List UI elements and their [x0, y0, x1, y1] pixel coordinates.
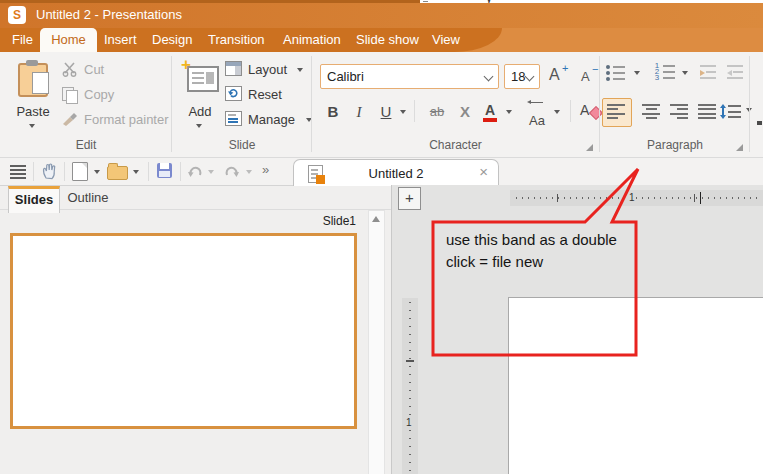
justify-button[interactable]: [694, 99, 720, 125]
ruler-cursor-mark: [700, 192, 701, 204]
menu-bar: File Home Insert Design Transition Anima…: [0, 28, 763, 52]
justify-icon: [698, 104, 716, 119]
new-slide-crosshair-button[interactable]: +: [398, 187, 421, 210]
paste-icon: [18, 60, 48, 96]
cut-button[interactable]: Cut: [60, 60, 170, 80]
shrink-minus-icon: −: [592, 63, 598, 75]
menu-design[interactable]: Design: [152, 32, 192, 47]
align-left-icon: [607, 104, 625, 119]
menu-file[interactable]: File: [12, 32, 33, 47]
clear-format-button[interactable]: A: [578, 100, 604, 124]
script-toggle-button[interactable]: X: [455, 100, 475, 124]
change-case-dropdown-icon[interactable]: [554, 110, 560, 114]
toolbar-more-button[interactable]: »: [262, 162, 269, 177]
slide-number-label: Slide1: [256, 214, 356, 228]
annotation-text: use this band as a double click = file n…: [446, 229, 641, 273]
undo-icon[interactable]: [187, 164, 203, 178]
add-slide-icon: +: [185, 64, 217, 90]
menu-transition[interactable]: Transition: [208, 32, 265, 47]
quick-toolbar: » S Untitled 2 ×: [0, 158, 763, 186]
paste-button[interactable]: Paste: [10, 58, 56, 138]
line-spacing-arrow-icon: [720, 104, 725, 119]
vertical-ruler: 1: [402, 298, 418, 474]
reset-icon: [225, 86, 242, 101]
font-name-chevron-icon: [484, 72, 494, 82]
bullets-button[interactable]: [606, 64, 626, 84]
line-spacing-button[interactable]: [720, 99, 742, 125]
change-case-button[interactable]: Aa: [524, 98, 550, 124]
menu-tab-home[interactable]: Home: [40, 28, 97, 52]
format-painter-icon: [61, 111, 79, 127]
align-center-button[interactable]: [638, 99, 664, 125]
numbering-dropdown-icon[interactable]: [682, 71, 688, 75]
grow-font-button[interactable]: A +: [546, 62, 572, 88]
reset-button[interactable]: Reset: [224, 85, 308, 105]
underline-dropdown-icon[interactable]: [400, 110, 406, 114]
redo-dropdown-icon[interactable]: [246, 170, 252, 174]
open-folder-dropdown-icon[interactable]: [133, 170, 139, 174]
app-logo-icon: S: [8, 6, 26, 24]
align-right-button[interactable]: [666, 99, 692, 125]
presentations-window: y S Untitled 2 - Presentations File Home…: [0, 0, 763, 474]
save-icon[interactable]: [157, 163, 172, 178]
document-tab[interactable]: S Untitled 2 ×: [293, 159, 499, 186]
menu-insert[interactable]: Insert: [104, 32, 137, 47]
group-label-paragraph: Paragraph: [600, 138, 750, 152]
align-center-icon: [642, 104, 660, 119]
hand-tool-icon[interactable]: [41, 162, 57, 180]
group-label-edit: Edit: [0, 138, 172, 152]
menu-animation[interactable]: Animation: [283, 32, 341, 47]
ruler-margin-mark: [557, 194, 558, 202]
paragraph-dialog-launcher[interactable]: [736, 144, 743, 151]
numbering-button[interactable]: 1 2 3: [654, 63, 676, 83]
menu-slide-show[interactable]: Slide show: [356, 32, 419, 47]
font-name-combo[interactable]: Calibri: [320, 64, 499, 89]
scroll-up-icon[interactable]: [372, 216, 380, 222]
bold-button[interactable]: B: [322, 100, 344, 124]
open-folder-icon[interactable]: [107, 166, 128, 180]
title-bar[interactable]: S Untitled 2 - Presentations: [0, 3, 763, 28]
shrink-font-button[interactable]: A −: [578, 62, 604, 88]
increase-indent-button[interactable]: [700, 65, 720, 81]
font-size-chevron-icon: [525, 72, 535, 82]
new-document-icon[interactable]: [72, 162, 88, 181]
slides-scrollbar[interactable]: [368, 210, 385, 474]
font-color-swatch: [483, 118, 497, 122]
decrease-indent-button[interactable]: [727, 65, 747, 81]
add-slide-button[interactable]: + Add: [178, 58, 222, 138]
window-title: Untitled 2 - Presentations: [36, 7, 182, 22]
document-tab-close-icon[interactable]: ×: [479, 163, 488, 180]
font-size-combo[interactable]: 18: [504, 64, 540, 89]
menu-list-icon[interactable]: [10, 165, 26, 179]
horizontal-ruler: 1: [510, 190, 763, 206]
italic-button[interactable]: I: [350, 100, 368, 124]
bullets-icon: [606, 64, 626, 82]
slide-thumbnail[interactable]: [10, 233, 357, 429]
h-ruler-number: 1: [628, 192, 636, 203]
v-ruler-number: 1: [406, 416, 412, 429]
manage-button[interactable]: Manage: [224, 110, 316, 130]
layout-icon: [225, 61, 242, 76]
tab-outline[interactable]: Outline: [60, 186, 116, 209]
align-left-button[interactable]: [602, 98, 632, 127]
copy-button[interactable]: Copy: [60, 85, 170, 105]
strikethrough-button[interactable]: ab: [424, 100, 450, 124]
group-label-slide: Slide: [172, 138, 312, 152]
document-tab-title: Untitled 2: [294, 166, 498, 181]
slide-canvas[interactable]: [508, 297, 763, 474]
undo-dropdown-icon[interactable]: [208, 170, 214, 174]
layout-button[interactable]: Layout: [224, 60, 308, 80]
slides-panel: Slides Outline Slide1: [0, 186, 391, 474]
manage-icon: [225, 111, 242, 126]
font-color-dropdown-icon[interactable]: [506, 110, 512, 114]
ruler-margin-mark: [694, 194, 695, 202]
character-dialog-launcher[interactable]: [586, 144, 593, 151]
menu-view[interactable]: View: [432, 32, 460, 47]
tab-slides[interactable]: Slides: [8, 186, 60, 213]
underline-button[interactable]: U: [376, 100, 396, 124]
bullets-dropdown-icon[interactable]: [634, 71, 640, 75]
new-document-dropdown-icon[interactable]: [94, 170, 100, 174]
font-color-button[interactable]: A: [480, 100, 500, 124]
grow-plus-icon: +: [562, 62, 568, 74]
redo-icon[interactable]: [224, 164, 240, 178]
